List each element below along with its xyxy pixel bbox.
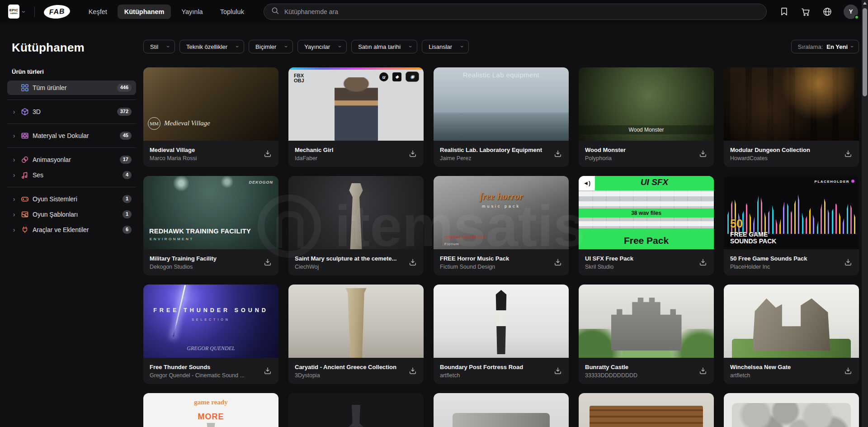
product-title[interactable]: Boundary Post Fortress Road <box>440 364 549 370</box>
product-card[interactable] <box>724 393 859 427</box>
sidebar-item-araclar-ve-eklentiler[interactable]: › Araçlar ve Eklentiler 6 <box>7 223 136 237</box>
download-icon[interactable] <box>843 366 853 375</box>
filter-teknik-ozellikler[interactable]: Teknik özellikler› <box>179 40 244 53</box>
cart-icon[interactable] <box>800 6 811 17</box>
filter-lisanslar[interactable]: Lisanslar› <box>422 40 469 53</box>
download-icon[interactable] <box>843 258 853 267</box>
sort-dropdown[interactable]: Sıralama: En Yeni › <box>791 40 859 53</box>
fab-logo[interactable]: FAB <box>43 4 71 19</box>
download-icon[interactable] <box>553 258 563 267</box>
product-title[interactable]: UI SFX Free Pack <box>585 255 694 262</box>
product-card[interactable]: Boundary Post Fortress Road artfletch <box>434 285 569 384</box>
download-icon[interactable] <box>263 149 273 158</box>
chevron-right-icon: › <box>10 211 18 218</box>
nav-kutuphanem[interactable]: Kütüphanem <box>118 5 171 19</box>
product-title[interactable]: Winchelsea New Gate <box>730 364 840 370</box>
search-bar[interactable] <box>264 4 767 20</box>
product-author[interactable]: Fictium Sound Design <box>440 264 549 270</box>
product-author[interactable]: artfletch <box>440 372 549 379</box>
epic-games-menu[interactable]: EPIC GAMES › <box>8 5 25 19</box>
product-author[interactable]: Polyphoria <box>585 155 694 161</box>
product-title[interactable]: FREE Horror Music Pack <box>440 255 549 262</box>
download-icon[interactable] <box>263 366 273 375</box>
sidebar-item-oyun-sistemleri[interactable]: › Oyun Sistemleri 1 <box>7 192 136 206</box>
sidebar-item-oyun-sablonlari[interactable]: › Oyun Şablonları 1 <box>7 207 136 222</box>
search-input[interactable] <box>283 8 759 16</box>
nav-kesfet[interactable]: Keşfet <box>82 5 114 19</box>
download-icon[interactable] <box>408 366 418 375</box>
product-card[interactable]: Caryatid - Ancient Greece Collection 3Dy… <box>288 285 424 384</box>
sidebar-item-3d[interactable]: › 3D 372 <box>7 104 136 119</box>
filter-satin-alma-tarihi[interactable]: Satın alma tarihi› <box>351 40 417 53</box>
download-icon[interactable] <box>553 366 563 375</box>
filter-bicimler[interactable]: Biçimler› <box>249 40 293 53</box>
sidebar-item-ses[interactable]: › Ses 4 <box>7 168 136 182</box>
product-card[interactable]: Wood Monster Wood Monster Polyphoria <box>579 67 714 167</box>
product-card[interactable]: Realistic Lab equipment Realistic Lab. L… <box>434 67 569 167</box>
product-title[interactable]: Realistic Lab. Laboratory Equipment <box>440 147 549 153</box>
product-card[interactable]: FREE THUNDER SOUND SELECTION GREGOR QUEN… <box>143 285 278 384</box>
product-title[interactable]: 50 Free Game Sounds Pack <box>730 255 840 262</box>
product-title[interactable]: Modular Dungeon Collection <box>730 147 840 153</box>
product-title[interactable]: Saint Mary sculpture at the cemete... <box>295 255 404 262</box>
download-icon[interactable] <box>263 258 273 267</box>
product-card[interactable]: game ready MORE <box>143 393 278 427</box>
user-avatar[interactable]: Y <box>844 5 858 19</box>
sidebar-item-animasyonlar[interactable]: › Animasyonlar 17 <box>7 152 136 167</box>
sidebar-item-tum-urunler[interactable]: Tüm ürünler 446 <box>7 81 136 95</box>
product-card[interactable]: MM Medieval Village Medieval Village Mar… <box>143 67 278 167</box>
download-icon[interactable] <box>408 149 418 158</box>
product-card[interactable]: Winchelsea New Gate artfletch <box>724 285 859 384</box>
product-card[interactable]: FBX OBJ Mechanic Girl IdaFaber <box>288 67 424 167</box>
product-author[interactable]: Skril Studio <box>585 264 694 270</box>
product-card[interactable]: 50 FREE GAME SOUNDS PACK PLACEHOLDER 50 … <box>724 176 859 275</box>
product-author[interactable]: Marco Maria Rossi <box>150 155 259 161</box>
globe-icon[interactable] <box>822 6 833 17</box>
product-author[interactable]: 3Dystopia <box>295 372 404 379</box>
product-title[interactable]: Wood Monster <box>585 147 694 153</box>
product-title[interactable]: Caryatid - Ancient Greece Collection <box>295 364 404 370</box>
product-card[interactable] <box>434 393 569 427</box>
product-title[interactable]: Military Training Facility <box>150 255 259 262</box>
filter-stil[interactable]: Stil› <box>143 40 175 53</box>
product-author[interactable]: Gregor Quendel - Cinematic Sound ... <box>150 372 259 379</box>
product-card[interactable]: Saint Mary sculpture at the cemete... Ci… <box>288 176 424 275</box>
scroll-up-arrow[interactable] <box>863 2 867 5</box>
bookmark-icon[interactable] <box>778 6 789 17</box>
download-icon[interactable] <box>698 258 708 267</box>
grid-icon <box>21 84 29 92</box>
product-thumbnail: FBX OBJ <box>288 67 424 141</box>
product-card[interactable]: free horror music pack original soundtra… <box>434 176 569 275</box>
download-icon[interactable] <box>698 149 708 158</box>
product-title[interactable]: Free Thunder Sounds <box>150 364 259 370</box>
product-card[interactable]: Bunratty Castle 33333DDDDDDDDD <box>579 285 714 384</box>
download-icon[interactable] <box>408 258 418 267</box>
product-card[interactable] <box>288 393 424 427</box>
sidebar-item-materyal-ve-dokular[interactable]: › Materyal ve Dokular 45 <box>7 128 136 143</box>
download-icon[interactable] <box>698 366 708 375</box>
product-title[interactable]: Medieval Village <box>150 147 259 153</box>
filter-yayincilar[interactable]: Yayıncılar› <box>297 40 347 53</box>
product-author[interactable]: CiechWoj <box>295 264 404 270</box>
product-author[interactable]: HowardCoates <box>730 155 840 161</box>
product-author[interactable]: PlaceHolder Inc <box>730 264 840 270</box>
product-author[interactable]: IdaFaber <box>295 155 404 161</box>
download-icon[interactable] <box>843 149 853 158</box>
product-card[interactable]: REDHAWK TRAINING FACILITY ENVIRONMENT DE… <box>143 176 278 275</box>
product-card[interactable]: UI SFX 38 wav files Free Pack UI SFX Fre… <box>579 176 714 275</box>
nav-topluluk[interactable]: Topluluk <box>213 5 251 19</box>
page-scrollbar[interactable] <box>862 0 868 427</box>
thumb-studio-logo: PLACEHOLDER <box>815 180 854 184</box>
product-thumbnail <box>579 285 714 358</box>
product-author[interactable]: Dekogon Studios <box>150 264 259 270</box>
product-title[interactable]: Mechanic Girl <box>295 147 404 153</box>
product-author[interactable]: artfletch <box>730 372 840 379</box>
nav-yayinla[interactable]: Yayınla <box>175 5 209 19</box>
product-author[interactable]: 33333DDDDDDDDD <box>585 372 694 379</box>
product-card[interactable]: Modular Dungeon Collection HowardCoates <box>724 67 859 167</box>
product-card[interactable] <box>579 393 714 427</box>
product-title[interactable]: Bunratty Castle <box>585 364 694 370</box>
download-icon[interactable] <box>553 149 563 158</box>
scrollbar-thumb[interactable] <box>863 8 867 96</box>
product-author[interactable]: Jaime Perez <box>440 155 549 161</box>
